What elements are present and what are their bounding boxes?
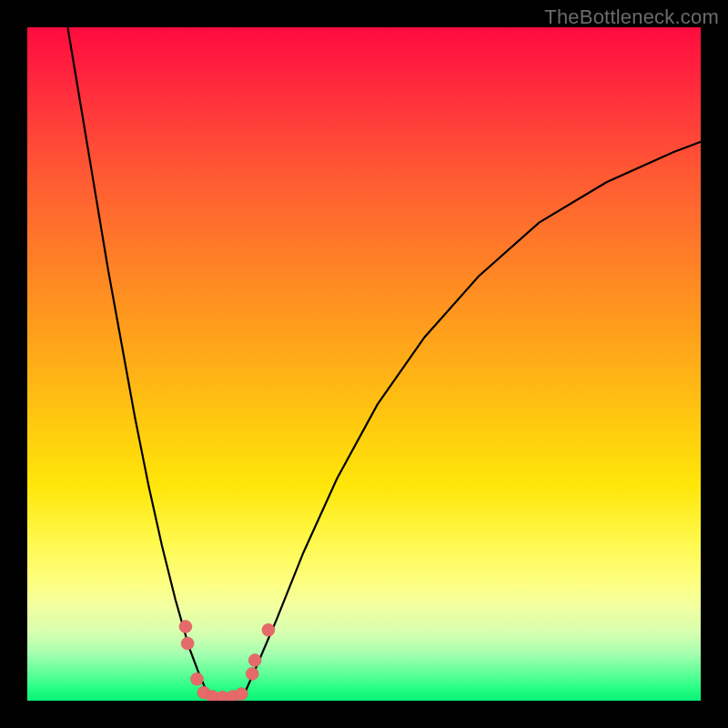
data-marker (246, 667, 258, 680)
data-marker (191, 672, 204, 685)
data-marker (248, 654, 261, 667)
data-marker (179, 621, 192, 633)
plot-area (27, 27, 701, 701)
chart-frame: TheBottleneck.com (0, 0, 728, 728)
curve-right-branch (243, 142, 701, 698)
watermark-text: TheBottleneck.com (544, 5, 719, 29)
data-marker (181, 637, 194, 650)
data-marker (262, 623, 275, 636)
curve-layer (27, 27, 701, 701)
curve-left-branch (67, 27, 208, 697)
data-marker (235, 688, 248, 701)
